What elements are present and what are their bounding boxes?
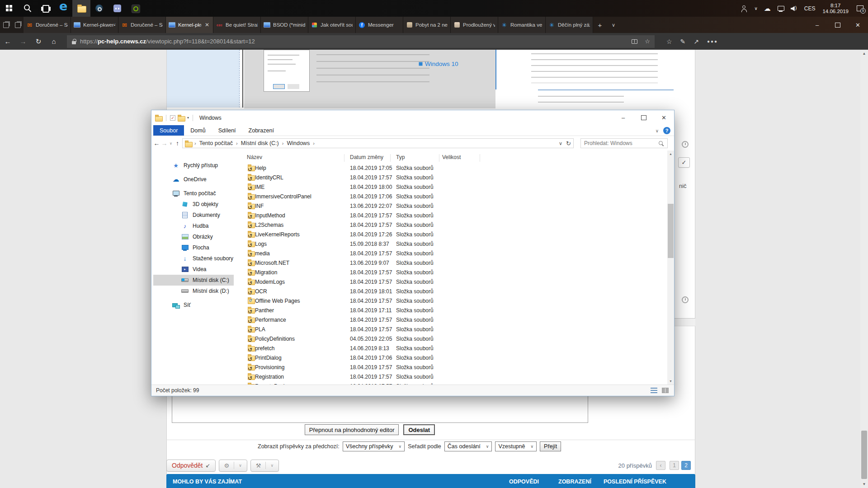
- column-header-name[interactable]: Název: [247, 154, 262, 160]
- browser-tab[interactable]: Messenger: [356, 17, 403, 33]
- file-row[interactable]: ↺ OCR 18.04.2019 18:01 Složka souborů: [243, 287, 667, 296]
- language-indicator[interactable]: CES: [801, 0, 819, 17]
- taskbar-app-button[interactable]: [18, 0, 36, 17]
- display-posts-select[interactable]: Všechny příspěvky∨: [343, 441, 405, 451]
- sidebar-item[interactable]: Obrázky: [151, 231, 243, 242]
- explorer-scrollbar-thumb[interactable]: [668, 204, 674, 258]
- ribbon-tab[interactable]: Soubor: [153, 125, 184, 136]
- taskbar-app-button[interactable]: [54, 0, 72, 17]
- sidebar-item[interactable]: Videa: [151, 264, 243, 275]
- forward-icon[interactable]: →: [15, 38, 31, 45]
- breadcrumb-item[interactable]: Windows: [286, 140, 311, 146]
- file-row[interactable]: ↺ INF 13.06.2019 22:07 Složka souborů: [243, 202, 667, 211]
- sidebar-item[interactable]: 3D objekty: [151, 199, 243, 210]
- details-view-icon[interactable]: [651, 388, 657, 393]
- sidebar-item[interactable]: Místní disk (C:): [151, 275, 243, 286]
- column-header-size[interactable]: Velikost: [442, 154, 461, 160]
- explorer-maximize-button[interactable]: [633, 110, 654, 125]
- browser-tab[interactable]: Kernel-pkwe ✕: [166, 17, 213, 33]
- refresh-address-icon[interactable]: ↻: [566, 140, 571, 147]
- quick-access-properties-icon[interactable]: ✓: [170, 115, 175, 121]
- breadcrumb-item[interactable]: Tento počítač: [198, 140, 234, 146]
- breadcrumb-item[interactable]: Místní disk (C:): [240, 140, 280, 146]
- scrollbar-thumb[interactable]: [861, 431, 867, 479]
- clock[interactable]: 8:17 14.06.2019: [818, 3, 853, 14]
- column-header-type[interactable]: Typ: [396, 154, 405, 160]
- file-row[interactable]: ↺ ModemLogs 18.04.2019 17:57 Složka soub…: [243, 277, 667, 287]
- sidebar-item[interactable]: Rychlý přístup: [151, 160, 243, 171]
- reading-view-icon[interactable]: [631, 38, 637, 44]
- sort-by-select[interactable]: Čas odeslání∨: [444, 441, 492, 451]
- thumbnails-view-icon[interactable]: [662, 388, 669, 393]
- help-icon[interactable]: ?: [663, 127, 670, 134]
- explorer-search-box[interactable]: [580, 138, 668, 148]
- browser-tab[interactable]: Pobyt na 2 nebo: [403, 17, 451, 33]
- breadcrumb-separator[interactable]: ›: [311, 141, 317, 146]
- editor-toggle-button[interactable]: Přepnout na plnohodnotný editor: [305, 424, 399, 435]
- explorer-close-button[interactable]: ✕: [654, 110, 674, 125]
- browser-scrollbar[interactable]: ▲ ▼: [860, 50, 868, 488]
- explorer-title-bar[interactable]: ✓ ▾ Windows – ✕: [151, 110, 674, 125]
- explorer-up-icon[interactable]: ↑: [174, 140, 181, 147]
- sidebar-item[interactable]: Síť: [151, 300, 243, 310]
- browser-restore-button[interactable]: [827, 17, 848, 33]
- scroll-up-icon[interactable]: ▲: [860, 50, 868, 57]
- sort-order-select[interactable]: Vzestupně∨: [495, 441, 537, 451]
- tab-preview-icon[interactable]: [12, 17, 24, 33]
- taskbar-app-button[interactable]: [108, 0, 127, 17]
- taskbar-app-button[interactable]: [90, 0, 108, 17]
- recent-locations-chevron-icon[interactable]: ∨: [168, 141, 174, 145]
- file-row[interactable]: ↺ Migration 18.04.2019 17:57 Složka soub…: [243, 268, 667, 277]
- refresh-icon[interactable]: ↻: [31, 38, 46, 46]
- back-icon[interactable]: ←: [0, 38, 15, 45]
- submit-button[interactable]: Odeslat: [403, 424, 435, 435]
- share-icon[interactable]: ↗: [693, 38, 699, 45]
- breadcrumb-separator[interactable]: ›: [280, 141, 286, 146]
- explorer-back-icon[interactable]: ←: [153, 140, 160, 147]
- file-row[interactable]: ↺ PolicyDefinitions 04.05.2019 22:05 Slo…: [243, 334, 667, 344]
- scroll-up-icon[interactable]: ▲: [667, 150, 674, 157]
- ribbon-tab[interactable]: Sdílení: [212, 125, 242, 136]
- annotate-pen-icon[interactable]: ✎: [680, 38, 686, 45]
- file-row[interactable]: ↺ Registration 18.04.2019 17:57 Složka s…: [243, 372, 667, 382]
- sidebar-item[interactable]: Hudba: [151, 221, 243, 231]
- file-row[interactable]: ↺ IME 18.04.2019 18:00 Složka souborů: [243, 183, 667, 192]
- column-header-date[interactable]: Datum změny: [350, 154, 383, 160]
- hub-favorites-icon[interactable]: ☆: [666, 38, 672, 45]
- network-tray-button[interactable]: [774, 0, 788, 17]
- taskbar-app-button[interactable]: [36, 0, 54, 17]
- file-row[interactable]: ↺ Help 18.04.2019 17:05 Složka souborů: [243, 164, 667, 173]
- ribbon-tab[interactable]: Domů: [184, 125, 212, 136]
- expand-ribbon-chevron-icon[interactable]: ∨: [656, 128, 659, 133]
- file-row[interactable]: ↺ IdentityCRL 18.04.2019 17:57 Složka so…: [243, 173, 667, 183]
- onedrive-tray-button[interactable]: ☁: [761, 0, 774, 17]
- explorer-forward-icon[interactable]: →: [160, 140, 168, 147]
- browser-close-button[interactable]: ✕: [848, 17, 868, 33]
- tab-list-chevron-icon[interactable]: ∨: [607, 17, 620, 33]
- browser-tab[interactable]: Prodloužený vík: [451, 17, 498, 33]
- browser-tab[interactable]: Doručené – Sezn: [24, 17, 71, 33]
- address-dropdown-chevron-icon[interactable]: ∨: [559, 141, 562, 146]
- browser-minimize-button[interactable]: –: [807, 17, 827, 33]
- breadcrumb-separator[interactable]: ›: [234, 141, 240, 146]
- new-tab-button[interactable]: +: [593, 17, 607, 33]
- file-row[interactable]: ↺ L2Schemas 18.04.2019 17:57 Složka soub…: [243, 221, 667, 230]
- taskbar-app-button[interactable]: [127, 0, 145, 17]
- reply-button[interactable]: Odpovědět ↙: [166, 460, 216, 472]
- file-row[interactable]: ↺ Logs 15.09.2018 8:37 Složka souborů: [243, 239, 667, 249]
- file-row[interactable]: ↺ PrintDialog 18.04.2019 17:06 Složka so…: [243, 353, 667, 363]
- scroll-down-icon[interactable]: ▼: [860, 480, 868, 488]
- file-row[interactable]: ↺ Panther 18.04.2019 17:11 Složka soubor…: [243, 306, 667, 315]
- file-row[interactable]: ↺ Offline Web Pages 18.04.2019 17:57 Slo…: [243, 296, 667, 306]
- sidebar-item[interactable]: Stažené soubory: [151, 253, 243, 264]
- pagination-page-button[interactable]: 1: [670, 461, 679, 470]
- browser-tab[interactable]: Jak otevřít soub: [308, 17, 356, 33]
- sidebar-item[interactable]: Místní disk (D:): [151, 286, 243, 296]
- sidebar-item[interactable]: Tento počítač: [151, 188, 243, 199]
- pagination-prev-button[interactable]: ‹: [656, 461, 665, 470]
- explorer-minimize-button[interactable]: –: [613, 110, 633, 125]
- file-row[interactable]: ↺ LiveKernelReports 18.04.2019 17:26 Slo…: [243, 230, 667, 239]
- browser-tab[interactable]: Kernel-pkwer41: [71, 17, 118, 33]
- accepted-check-icon[interactable]: ✓: [678, 157, 690, 168]
- hidden-icons-button[interactable]: ∨: [751, 0, 760, 17]
